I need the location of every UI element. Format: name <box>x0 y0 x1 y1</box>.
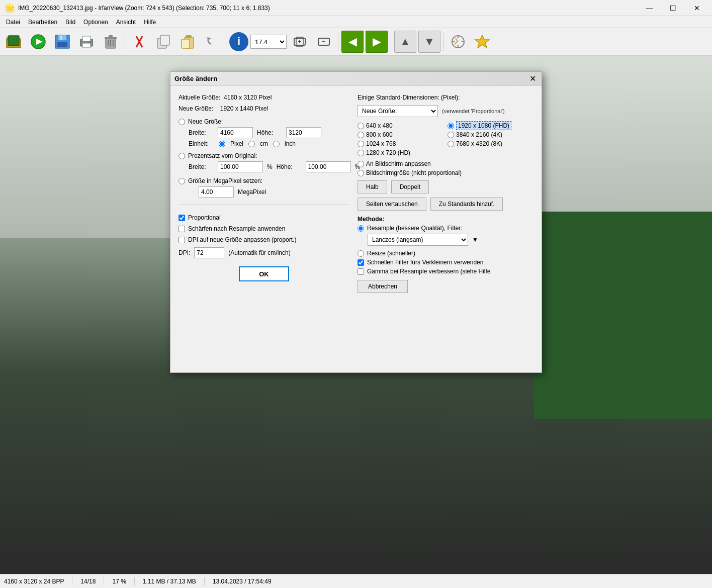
favorites-button[interactable] <box>471 31 493 53</box>
standards-button[interactable]: Zu Standards hinzuf. <box>430 198 503 211</box>
std-dropdown[interactable]: Neue Größe: <box>358 105 438 117</box>
play-button[interactable] <box>27 31 49 53</box>
paste-button[interactable] <box>176 31 199 53</box>
unit-pixel-radio[interactable] <box>219 141 225 147</box>
dpi-checkbox[interactable] <box>179 237 185 243</box>
copy-button[interactable] <box>152 31 174 53</box>
filter-select[interactable]: Lanczos (langsam) Mitchell Bicubic Bilin… <box>368 234 468 246</box>
schaerfen-label: Schärfen nach Resample anwenden <box>188 225 285 232</box>
unit-inch-radio[interactable] <box>273 141 280 147</box>
tools-button[interactable] <box>447 31 469 53</box>
rotate-up-button[interactable]: ▲ <box>394 31 416 53</box>
proportional-checkbox[interactable] <box>179 215 185 221</box>
breite-input[interactable] <box>218 127 253 138</box>
new-size-row: Neue Größe: 1920 x 1440 Pixel <box>179 105 349 112</box>
radio-800[interactable] <box>358 132 364 138</box>
radio-1280[interactable] <box>358 150 364 156</box>
doppelt-button[interactable]: Doppelt <box>391 180 429 193</box>
pct-breite-input[interactable] <box>218 161 263 172</box>
svg-rect-10 <box>82 36 91 41</box>
menu-ansicht[interactable]: Ansicht <box>112 16 140 28</box>
dialog-close-button[interactable]: ✕ <box>527 74 538 84</box>
dpi-row: DPI: (Automatik für cm/inch) <box>179 247 349 258</box>
megapixel-unit: MegaPixel <box>238 188 266 195</box>
seiten-button[interactable]: Seiten vertauschen <box>358 198 426 211</box>
radio-640[interactable] <box>358 123 364 129</box>
menu-hilfe[interactable]: Hilfe <box>140 16 160 28</box>
cancel-button[interactable]: Abbrechen <box>358 280 408 293</box>
resize-radio[interactable] <box>358 250 364 257</box>
dpi-input[interactable] <box>194 247 224 258</box>
halb-button[interactable]: Halb <box>358 180 387 193</box>
radio-1024[interactable] <box>358 141 364 147</box>
svg-rect-24 <box>186 35 192 38</box>
einheit-label: Einheit: <box>189 140 214 147</box>
megapixel-radio[interactable] <box>179 178 185 184</box>
zoom-control: 17.4 25 50 100 <box>250 35 287 49</box>
menu-bild[interactable]: Bild <box>61 16 79 28</box>
neue-groesse-radio[interactable] <box>179 119 185 125</box>
current-size-value: 4160 x 3120 Pixel <box>224 94 272 101</box>
pct-hoehe-input[interactable] <box>306 161 351 172</box>
zoom-out-button[interactable] <box>313 31 335 53</box>
next-image-button[interactable]: ▶ <box>366 31 388 53</box>
opt-anpassen: An Bildschirm anpassen <box>358 160 533 167</box>
pct-row: Breite: % Höhe: % <box>189 161 349 172</box>
std-dimensions-title: Einige Standard-Dimensionen: (Pixel): <box>358 94 533 101</box>
minimize-button[interactable]: — <box>638 1 661 15</box>
label-640: 640 x 480 <box>366 122 393 129</box>
zoom-in-button[interactable] <box>289 31 311 53</box>
status-info4: 1.11 MB / 37.13 MB <box>143 578 196 585</box>
menu-bearbeiten[interactable]: Bearbeiten <box>24 16 61 28</box>
cut-button[interactable] <box>128 31 150 53</box>
schnell-label: Schnellen Filter fürs Verkleinern verwen… <box>367 259 483 266</box>
neue-groesse-label: Neue Größe: <box>188 118 223 125</box>
svg-rect-22 <box>160 35 169 45</box>
unit-cm-radio[interactable] <box>248 141 255 147</box>
title-bar-left: 🌟 IMG_20220630_132413.jpg - IrfanView (Z… <box>4 3 270 14</box>
radio-3840[interactable] <box>448 132 454 138</box>
dpi-adjust-label: DPI auf neue Größe anpassen (proport.) <box>188 236 296 243</box>
gamma-checkbox[interactable] <box>358 268 364 275</box>
dpi-note: (Automatik für cm/inch) <box>228 249 290 256</box>
breite-label: Breite: <box>189 129 214 136</box>
undo-button[interactable] <box>201 31 223 53</box>
menu-optionen[interactable]: Optionen <box>79 16 112 28</box>
zoom-select[interactable]: 17.4 25 50 100 <box>250 35 287 49</box>
menu-datei[interactable]: Datei <box>2 16 24 28</box>
cancel-row: Abbrechen <box>358 280 533 293</box>
info-button[interactable]: i <box>229 32 248 51</box>
new-size-label: Neue Größe: <box>179 105 213 112</box>
mega-row: MegaPixel <box>199 186 349 198</box>
pct-percent1: % <box>267 163 273 170</box>
opt-640: 640 x 480 <box>358 122 443 129</box>
maximize-button[interactable]: ☐ <box>662 1 684 15</box>
schaerfen-checkbox[interactable] <box>179 226 185 232</box>
save-button[interactable] <box>51 31 73 53</box>
radio-1920[interactable] <box>448 123 454 129</box>
radio-bildschirm[interactable] <box>358 170 364 176</box>
hoehe-input[interactable] <box>286 127 321 138</box>
resample-radio[interactable] <box>358 225 364 232</box>
filter-row: Lanczos (langsam) Mitchell Bicubic Bilin… <box>368 234 533 246</box>
window-close-button[interactable]: ✕ <box>685 1 708 15</box>
megapixel-input[interactable] <box>199 186 234 198</box>
svg-rect-7 <box>57 42 67 47</box>
print-button[interactable] <box>75 31 98 53</box>
svg-rect-11 <box>82 43 91 47</box>
radio-7680[interactable] <box>448 141 454 147</box>
schnell-checkbox[interactable] <box>358 259 364 266</box>
ok-button[interactable]: OK <box>239 266 289 281</box>
open-button[interactable] <box>3 31 25 53</box>
rotate-down-button[interactable]: ▼ <box>418 31 440 53</box>
prev-image-button[interactable]: ◀ <box>341 31 364 53</box>
image-area: Größe ändern ✕ Aktuelle Größe: 4160 x 31… <box>0 56 712 574</box>
radio-anpassen[interactable] <box>358 161 364 167</box>
svg-point-12 <box>89 41 91 43</box>
status-info2: 14/18 <box>80 578 96 585</box>
dialog-title-bar: Größe ändern ✕ <box>170 72 542 86</box>
prozentsatz-radio[interactable] <box>179 153 185 159</box>
opt-1280: 1280 x 720 (HD) <box>358 149 443 156</box>
trash-button[interactable] <box>100 31 122 53</box>
opt-7680: 7680 x 4320 (8K) <box>448 140 533 147</box>
